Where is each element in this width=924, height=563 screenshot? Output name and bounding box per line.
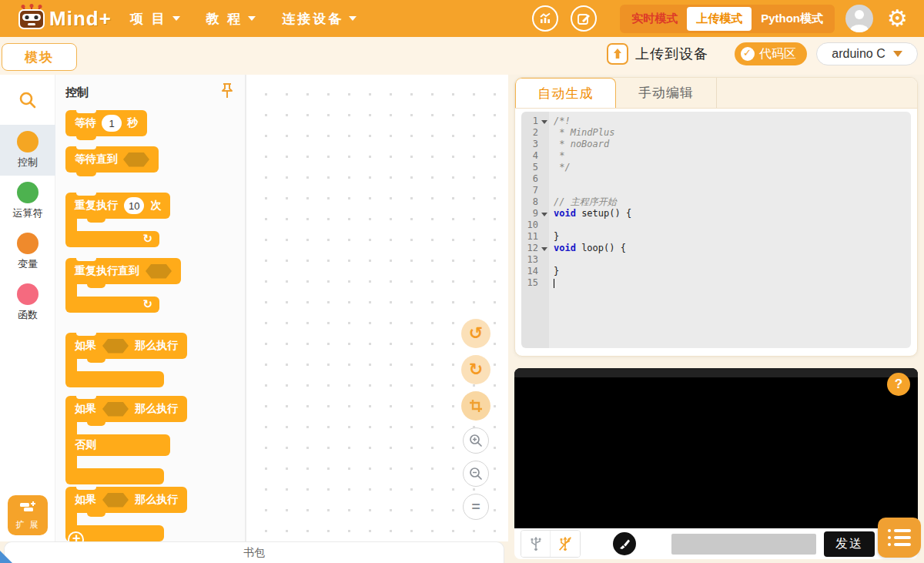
category-operators[interactable]: 运算符 [0, 176, 55, 226]
menu-connect-device[interactable]: 连接设备 [282, 10, 357, 28]
tab-auto-generate[interactable]: 自动生成 [515, 78, 616, 108]
menu-project[interactable]: 项 目 [130, 10, 180, 28]
chevron-down-icon [172, 16, 180, 21]
menu-project-label: 项 目 [130, 10, 167, 28]
block-label: 否则 [75, 438, 96, 452]
category-variables-dot [17, 233, 38, 254]
chevron-down-icon [893, 51, 902, 57]
block-if-then-expandable[interactable]: 如果 那么执行 [65, 487, 187, 541]
add-branch-icon[interactable] [68, 531, 84, 541]
serial-monitor-titlebar [514, 368, 918, 377]
brush-icon [618, 538, 631, 550]
mode-upload-button[interactable]: 上传模式 [687, 7, 752, 31]
gear-icon[interactable] [887, 7, 910, 30]
mindplus-logo[interactable]: Mind+ [17, 4, 112, 33]
block-label: 那么执行 [135, 493, 178, 507]
avatar[interactable] [845, 5, 873, 32]
menu-tutorials-label: 教 程 [206, 10, 243, 28]
menu-connect-device-label: 连接设备 [282, 10, 343, 28]
mode-switcher: 实时模式 上传模式 Python模式 [620, 5, 835, 33]
block-repeat-until[interactable]: 重复执行直到 [65, 258, 181, 313]
category-functions[interactable]: 函数 [0, 277, 55, 328]
search-button[interactable] [18, 90, 38, 113]
toolbar-right: 上传到设备 代码区 arduino C [607, 42, 918, 65]
serial-menu-button[interactable] [878, 518, 921, 558]
extensions-button[interactable]: 扩 展 [8, 495, 48, 535]
workspace-canvas[interactable] [246, 75, 508, 541]
redo-button[interactable] [461, 355, 490, 384]
boolean-slot[interactable] [102, 339, 129, 354]
serial-monitor-output[interactable]: ? [514, 368, 918, 528]
category-variables-label: 变量 [18, 257, 38, 271]
toolbar: 模块 上传到设备 代码区 arduino C [0, 37, 924, 75]
code-area-label: 代码区 [759, 46, 796, 62]
palette-category-title: 控制 [65, 85, 89, 100]
tab-modules[interactable]: 模块 [2, 43, 77, 71]
block-label: 如果 [75, 339, 96, 353]
loop-arrow-icon [65, 231, 159, 247]
block-label: 次 [150, 199, 161, 213]
block-label: 那么执行 [135, 402, 178, 416]
category-control[interactable]: 控制 [0, 125, 55, 176]
main-menu: 项 目 教 程 连接设备 [130, 10, 357, 28]
block-palette: 控制 等待 1 秒 等待直到 [55, 75, 246, 541]
category-variables[interactable]: 变量 [0, 226, 55, 277]
community-chart-icon[interactable] [532, 5, 558, 32]
board-select-dropdown[interactable]: arduino C [816, 42, 918, 65]
boolean-slot[interactable] [102, 402, 129, 417]
block-label: 等待 [75, 116, 96, 130]
category-functions-label: 函数 [18, 308, 38, 322]
undo-button[interactable] [461, 319, 490, 348]
mode-realtime-button[interactable]: 实时模式 [622, 7, 687, 31]
zoom-out-button[interactable] [463, 461, 489, 487]
serial-toolbar: 发送 [514, 528, 918, 559]
upload-to-device-button[interactable]: 上传到设备 [607, 43, 708, 65]
feedback-edit-icon[interactable] [571, 5, 597, 32]
list-icon [888, 529, 911, 532]
code-area-toggle[interactable]: 代码区 [735, 42, 807, 65]
block-label: 如果 [75, 402, 96, 416]
category-operators-label: 运算符 [13, 206, 43, 220]
block-repeat-times[interactable]: 重复执行 10 次 [65, 193, 170, 247]
block-if-else[interactable]: 如果 那么执行 否则 [65, 396, 187, 484]
loop-arrow-icon [65, 297, 159, 313]
serial-input[interactable] [671, 534, 816, 555]
backpack-bar[interactable]: 书包 [4, 541, 504, 563]
top-navbar: Mind+ 项 目 教 程 连接设备 [0, 0, 924, 37]
code-lines: 1/*!2 * MindPlus3 * noBoard4 *5 */678// … [521, 116, 911, 289]
block-label: 重复执行直到 [75, 264, 139, 278]
category-control-dot [17, 131, 38, 152]
boolean-slot[interactable] [102, 493, 129, 508]
boolean-slot[interactable] [123, 152, 149, 167]
chevron-down-icon [349, 16, 357, 21]
mode-python-button[interactable]: Python模式 [752, 7, 832, 31]
logo-text: Mind+ [49, 7, 112, 31]
pin-icon[interactable] [220, 82, 234, 102]
code-editor[interactable]: 1/*!2 * MindPlus3 * noBoard4 *5 */678// … [521, 112, 911, 348]
mindplus-app: Mind+ 项 目 教 程 连接设备 [0, 0, 924, 563]
extensions-label: 扩 展 [15, 519, 39, 531]
number-input[interactable]: 1 [102, 115, 122, 132]
help-button[interactable]: ? [887, 373, 910, 396]
menu-tutorials[interactable]: 教 程 [206, 10, 256, 28]
zoom-reset-button[interactable] [463, 494, 489, 520]
code-panel: 自动生成 手动编辑 1/*!2 * MindPlus3 * noBoard4 *… [514, 77, 918, 357]
block-label: 那么执行 [135, 339, 178, 353]
number-input[interactable]: 10 [124, 197, 144, 214]
clear-output-button[interactable] [613, 532, 636, 555]
check-icon [741, 47, 755, 61]
zoom-in-button[interactable] [463, 427, 489, 454]
usb-connected-icon[interactable] [521, 531, 551, 557]
send-button[interactable]: 发送 [824, 531, 875, 557]
chevron-down-icon [248, 16, 256, 21]
block-label: 重复执行 [75, 199, 118, 213]
block-if-then[interactable]: 如果 那么执行 [65, 333, 187, 387]
usb-disconnected-icon[interactable] [551, 531, 580, 557]
backpack-label: 书包 [243, 546, 265, 560]
block-wait-seconds[interactable]: 等待 1 秒 [65, 110, 147, 136]
navbar-right: 实时模式 上传模式 Python模式 [532, 5, 910, 33]
block-wait-until[interactable]: 等待直到 [65, 146, 159, 173]
screenshot-crop-button[interactable] [461, 391, 490, 421]
boolean-slot[interactable] [146, 264, 172, 279]
tab-manual-edit[interactable]: 手动编辑 [616, 78, 717, 108]
